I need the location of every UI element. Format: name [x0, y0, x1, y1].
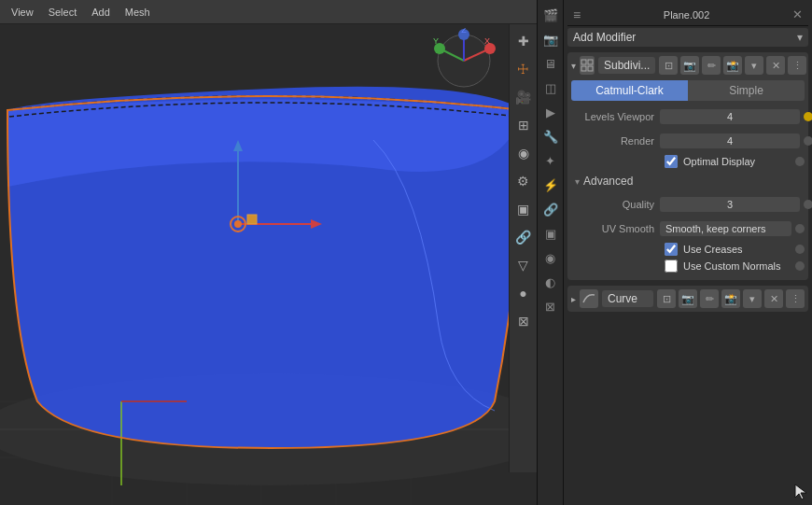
curve-type-icon [580, 289, 598, 308]
render-label: Render [571, 135, 660, 147]
curve-camera-icon[interactable]: 📸 [721, 289, 740, 308]
subdiv-type-tabs: Catmull-Clark Simple [571, 80, 805, 101]
material-icon[interactable]: ● [512, 282, 535, 304]
material-slot-icon[interactable]: ◉ [539, 246, 562, 269]
curve-close-icon[interactable]: ✕ [764, 289, 783, 308]
svg-text:Z: Z [461, 28, 467, 35]
viewport-right-toolbar: ✚ ☩ 🎥 ⊞ ◉ ⚙ ▣ 🔗 ▽ ● ⊠ [509, 24, 537, 472]
add-menu-btn[interactable]: Add [86, 5, 116, 20]
viewport-toolbar: View Select Add Mesh [0, 0, 537, 24]
view-menu-btn[interactable]: View [6, 5, 39, 20]
use-custom-normals-checkbox[interactable] [665, 260, 678, 273]
quality-row: Quality [571, 194, 805, 215]
modifier-icon[interactable]: 🔧 [539, 125, 562, 147]
camera-icon[interactable]: 🎥 [512, 86, 535, 108]
curve-realtime-icon[interactable]: ⊡ [657, 289, 676, 308]
grid-icon[interactable]: ⊞ [512, 114, 535, 136]
particles-icon[interactable]: ✦ [539, 149, 562, 172]
curve-header: ▸ Curve ⊡ 📷 ✏ 📸 ▾ ✕ ⋮ [571, 289, 805, 308]
add-object-icon[interactable]: ✚ [512, 30, 535, 52]
curve-icon-buttons: ⊡ 📷 ✏ 📸 ▾ ✕ ⋮ [657, 289, 805, 308]
object-data-icon[interactable]: ▣ [539, 222, 562, 245]
use-creases-dot [795, 245, 805, 254]
render-dot [804, 136, 812, 146]
scene-icon[interactable]: 🎬 [539, 4, 562, 26]
panel-menu-icon[interactable]: ≡ [573, 7, 581, 22]
levels-viewport-row: Levels Viewpor [571, 106, 805, 127]
panel-header: ≡ Plane.002 ✕ [567, 4, 808, 26]
levels-viewport-dot [804, 112, 812, 121]
subdiv-realtime-icon[interactable]: ⊡ [659, 56, 678, 75]
subdiv-more-icon[interactable]: ▾ [745, 56, 763, 75]
use-custom-normals-dot [795, 261, 805, 271]
hide-icon[interactable]: ◉ [512, 142, 535, 164]
properties-icon-sidebar: 🎬 📷 🖥 ◫ ▶ 🔧 ✦ ⚡ 🔗 ▣ ◉ ◐ ⊠ [538, 0, 564, 505]
uv-smooth-select[interactable]: Smooth, keep corners [660, 221, 791, 236]
curve-name[interactable]: Curve [602, 290, 653, 307]
subdiv-expand-arrow[interactable]: ▾ [571, 61, 576, 71]
svg-rect-32 [588, 66, 593, 71]
subdiv-modifier-card: ▾ Subdivi... ⊡ 📷 ✏ 📸 ▾ ✕ [567, 52, 808, 280]
checkerboard-icon[interactable]: ⊠ [512, 310, 535, 332]
use-creases-checkbox[interactable] [665, 243, 678, 256]
optimal-display-dot [795, 157, 805, 166]
panel-title: Plane.002 [584, 9, 789, 21]
select-menu-btn[interactable]: Select [43, 5, 83, 20]
uv-smooth-row: UV Smooth Smooth, keep corners [571, 218, 805, 239]
tab-simple[interactable]: Simple [688, 80, 805, 101]
physics-icon[interactable]: ⚡ [539, 174, 562, 196]
use-creases-row: Use Creases [571, 243, 805, 256]
panel-close-icon[interactable]: ✕ [792, 7, 803, 21]
curve-edit-icon[interactable]: ✏ [700, 289, 719, 308]
optimal-display-checkbox[interactable] [665, 155, 678, 168]
viewport[interactable]: View Select Add Mesh X Y Z [0, 0, 537, 505]
subdiv-name[interactable]: Subdivi... [598, 57, 655, 74]
subdiv-camera-icon[interactable]: 📸 [723, 56, 742, 75]
render-input[interactable] [660, 133, 800, 148]
subdiv-close-icon[interactable]: ✕ [766, 56, 785, 75]
svg-marker-25 [311, 219, 322, 229]
curve-modifier-card: ▸ Curve ⊡ 📷 ✏ 📸 ▾ ✕ ⋮ [567, 286, 808, 312]
render-icon[interactable]: 📷 [539, 28, 562, 50]
use-custom-normals-label: Use Custom Normals [683, 260, 781, 272]
gizmo: X Y Z [427, 28, 501, 93]
use-custom-normals-row: Use Custom Normals [571, 260, 805, 273]
svg-marker-23 [233, 140, 243, 151]
svg-rect-30 [588, 60, 593, 64]
output-icon[interactable]: 🖥 [539, 52, 562, 75]
optimal-display-label: Optimal Display [683, 156, 755, 167]
object-icon[interactable]: ▣ [512, 198, 535, 220]
view-layer-icon[interactable]: ◫ [539, 77, 562, 99]
cursor-icon[interactable]: ☩ [512, 58, 535, 80]
svg-text:X: X [484, 36, 490, 46]
subdiv-render-icon[interactable]: 📷 [680, 56, 699, 75]
curve-expand-arrow[interactable]: ▸ [571, 294, 576, 304]
curve-more-icon[interactable]: ▾ [743, 289, 762, 308]
subdiv-icon-buttons: ⊡ 📷 ✏ 📸 ▾ ✕ ⋮ [659, 56, 806, 75]
curve-dots-icon[interactable]: ⋮ [786, 289, 805, 308]
scene-prop-icon[interactable]: ▶ [539, 101, 562, 123]
constraints-icon[interactable]: 🔗 [539, 198, 562, 220]
add-modifier-dropdown-icon: ▾ [797, 31, 803, 44]
add-modifier-button[interactable]: Add Modifier ▾ [567, 28, 808, 47]
filter-icon[interactable]: ▽ [512, 254, 535, 276]
settings-icon[interactable]: ⚙ [512, 170, 535, 192]
optimal-display-row: Optimal Display [571, 155, 805, 168]
subdiv-dots-icon[interactable]: ⋮ [788, 56, 806, 75]
quality-dot [804, 200, 812, 209]
shading-icon[interactable]: ◐ [539, 271, 562, 293]
advanced-section[interactable]: ▾ Advanced [571, 172, 805, 190]
tab-catmull-clark[interactable]: Catmull-Clark [571, 80, 688, 101]
levels-viewport-label: Levels Viewpor [571, 111, 660, 122]
svg-text:Y: Y [433, 36, 439, 46]
advanced-label: Advanced [583, 175, 633, 188]
mesh-menu-btn[interactable]: Mesh [119, 5, 156, 20]
checker-icon[interactable]: ⊠ [539, 295, 562, 317]
levels-viewport-input[interactable] [660, 109, 800, 124]
curve-render-icon[interactable]: 📷 [679, 289, 697, 308]
quality-input[interactable] [660, 197, 800, 212]
constraint-icon[interactable]: 🔗 [512, 226, 535, 248]
subdiv-edit-icon[interactable]: ✏ [702, 56, 721, 75]
svg-rect-29 [581, 60, 586, 64]
transform-widget[interactable] [177, 131, 364, 317]
